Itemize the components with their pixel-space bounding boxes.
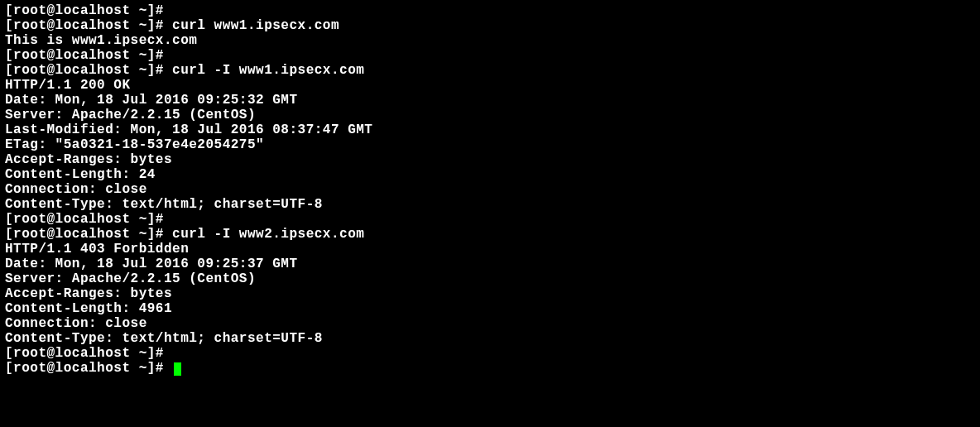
terminal-line: Accept-Ranges: bytes <box>5 152 975 167</box>
terminal-line: [root@localhost ~]# <box>5 361 975 376</box>
terminal-line: HTTP/1.1 403 Forbidden <box>5 242 975 257</box>
terminal-line: Content-Type: text/html; charset=UTF-8 <box>5 331 975 346</box>
terminal-line: Connection: close <box>5 316 975 331</box>
cursor-icon <box>174 362 181 376</box>
terminal-line: Last-Modified: Mon, 18 Jul 2016 08:37:47… <box>5 122 975 137</box>
terminal-line: [root@localhost ~]# curl -I www2.ipsecx.… <box>5 227 975 242</box>
terminal[interactable]: [root@localhost ~]#[root@localhost ~]# c… <box>0 0 980 379</box>
terminal-line: [root@localhost ~]# <box>5 48 975 63</box>
terminal-line: [root@localhost ~]# <box>5 3 975 18</box>
terminal-line: This is www1.ipsecx.com <box>5 33 975 48</box>
terminal-line: Accept-Ranges: bytes <box>5 286 975 301</box>
terminal-line: Content-Length: 4961 <box>5 301 975 316</box>
terminal-line: [root@localhost ~]# <box>5 346 975 361</box>
terminal-line: Content-Type: text/html; charset=UTF-8 <box>5 197 975 212</box>
terminal-line: ETag: "5a0321-18-537e4e2054275" <box>5 137 975 152</box>
terminal-line: HTTP/1.1 200 OK <box>5 78 975 93</box>
terminal-line: Connection: close <box>5 182 975 197</box>
terminal-line: Server: Apache/2.2.15 (CentOS) <box>5 271 975 286</box>
terminal-line: Date: Mon, 18 Jul 2016 09:25:32 GMT <box>5 93 975 108</box>
terminal-line: [root@localhost ~]# curl -I www1.ipsecx.… <box>5 63 975 78</box>
terminal-line: [root@localhost ~]# curl www1.ipsecx.com <box>5 18 975 33</box>
terminal-line: Date: Mon, 18 Jul 2016 09:25:37 GMT <box>5 257 975 271</box>
terminal-line: Content-Length: 24 <box>5 167 975 182</box>
terminal-line: Server: Apache/2.2.15 (CentOS) <box>5 108 975 122</box>
terminal-line: [root@localhost ~]# <box>5 212 975 227</box>
